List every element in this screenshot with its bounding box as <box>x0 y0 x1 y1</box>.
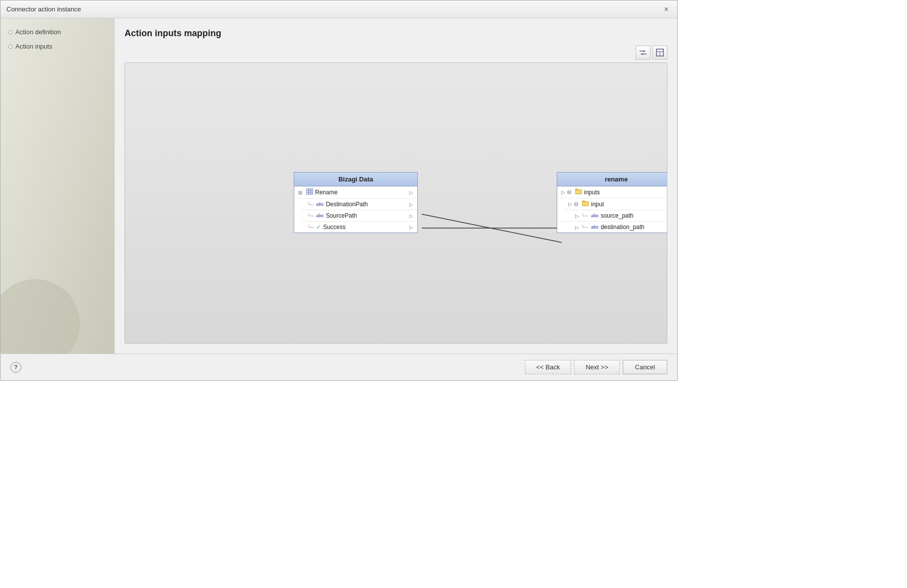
svg-rect-9 <box>306 188 313 195</box>
content-area: Action inputs mapping <box>115 18 677 353</box>
abc-icon: abc <box>316 213 324 218</box>
expand-icon: ⊟ <box>574 201 580 207</box>
table-row: ▷ ⊟ input <box>564 198 667 210</box>
row-label: Rename <box>315 189 337 196</box>
help-button[interactable]: ? <box>10 362 21 373</box>
dialog-title: Connector action instance <box>6 5 81 13</box>
sidebar-item-action-definition[interactable]: Action definition <box>8 28 106 36</box>
expand-icon: ⊟ <box>298 190 304 195</box>
table-row: ▷ └─ abc source_path <box>557 210 667 222</box>
sidebar: Action definition Action inputs <box>0 18 115 353</box>
connector-arrow: ▷ <box>409 213 413 219</box>
svg-line-7 <box>422 214 562 242</box>
abc-icon: abc <box>591 225 599 230</box>
sidebar-bullet <box>8 30 12 34</box>
sidebar-bullet <box>8 45 12 49</box>
close-button[interactable]: × <box>661 4 671 14</box>
tree-line: └─ <box>307 213 314 219</box>
mapping-canvas: Bizagi Data ⊟ <box>125 62 667 344</box>
folder-icon <box>582 200 589 206</box>
expand-icon: ⊟ <box>567 189 573 195</box>
table-row: ⊟ Rename ▷ <box>294 186 417 199</box>
row-label: DestinationPath <box>326 201 368 208</box>
sidebar-item-label: Action definition <box>15 28 61 36</box>
row-label: source_path <box>601 212 634 219</box>
folder-icon <box>582 200 589 208</box>
table-row: └─ ✓ Success ▷ <box>301 222 417 233</box>
svg-marker-3 <box>641 53 643 55</box>
connector-arrow: ▷ <box>409 225 413 230</box>
right-table: rename ▷ ⊟ inputs <box>557 172 667 233</box>
toolbar <box>125 46 667 59</box>
left-arrow: ▷ <box>568 201 572 207</box>
row-label: Success <box>323 224 345 231</box>
svg-marker-2 <box>644 50 646 52</box>
check-icon: ✓ <box>316 224 321 231</box>
page-title: Action inputs mapping <box>125 28 667 39</box>
row-label: SourcePath <box>326 212 357 219</box>
main-content: Action definition Action inputs Action i… <box>0 18 677 353</box>
row-label: input <box>591 201 604 208</box>
next-button[interactable]: Next >> <box>574 360 620 374</box>
sidebar-item-label: Action inputs <box>15 43 52 50</box>
left-arrow: ▷ <box>575 225 579 230</box>
table-row: └─ abc DestinationPath ▷ <box>301 199 417 210</box>
row-label: destination_path <box>601 224 645 231</box>
table-icon <box>306 188 313 196</box>
table-row: └─ abc SourcePath ▷ <box>301 210 417 222</box>
connector-arrow: ▷ <box>409 190 413 195</box>
left-arrow: ▷ <box>575 213 579 219</box>
navigation-buttons: << Back Next >> Cancel <box>525 360 667 374</box>
row-label: inputs <box>584 189 600 196</box>
layout-view-button[interactable] <box>652 46 667 59</box>
cancel-button[interactable]: Cancel <box>623 360 667 374</box>
title-bar: Connector action instance × <box>0 0 677 18</box>
mapping-inner: Bizagi Data ⊟ <box>125 63 667 343</box>
sidebar-item-action-inputs[interactable]: Action inputs <box>8 43 106 50</box>
tree-line: └─ <box>581 225 588 230</box>
dialog: Connector action instance × Action defin… <box>0 0 678 381</box>
layout-icon <box>655 48 664 57</box>
tree-line: └─ <box>581 213 588 219</box>
folder-icon <box>575 188 582 194</box>
bottom-bar: ? << Back Next >> Cancel <box>0 353 677 380</box>
table-row: ▷ ⊟ inputs <box>557 186 667 198</box>
left-arrow: ▷ <box>561 189 565 195</box>
right-table-header: rename <box>557 173 667 186</box>
connector-arrow: ▷ <box>409 202 413 207</box>
left-table-header: Bizagi Data <box>294 173 417 186</box>
abc-icon: abc <box>316 202 324 207</box>
back-button[interactable]: << Back <box>525 360 572 374</box>
folder-icon <box>575 188 582 196</box>
table-row: ▷ └─ abc destination_path <box>557 222 667 233</box>
abc-icon: abc <box>591 213 599 218</box>
grid-icon <box>306 188 313 195</box>
left-table: Bizagi Data ⊟ <box>294 172 418 233</box>
tree-line: └─ <box>307 225 314 230</box>
mapping-icon <box>639 48 648 57</box>
mapping-view-button[interactable] <box>636 46 650 59</box>
tree-line: └─ <box>307 202 314 207</box>
